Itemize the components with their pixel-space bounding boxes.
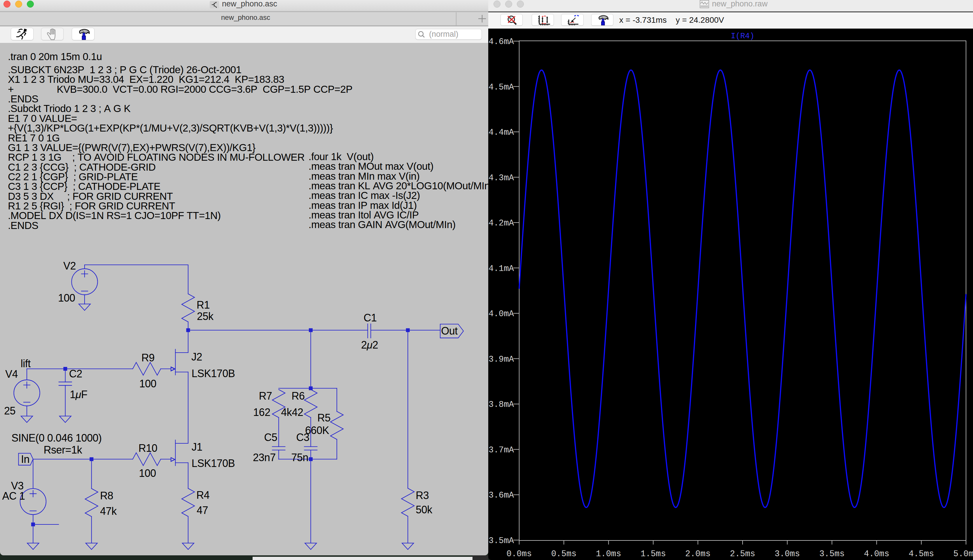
svg-text:AC 1: AC 1 bbox=[2, 490, 25, 502]
svg-text:3.9mA: 3.9mA bbox=[488, 355, 514, 364]
svg-text:.MODEL DX D(IS=1N RS=1 CJO=10P: .MODEL DX D(IS=1N RS=1 CJO=10PF TT=1N) bbox=[8, 210, 221, 221]
svg-text:4.6mA: 4.6mA bbox=[488, 37, 514, 47]
svg-text:LSK170B: LSK170B bbox=[192, 368, 235, 380]
svg-text:C5: C5 bbox=[264, 432, 277, 443]
svg-text:47k: 47k bbox=[100, 505, 117, 517]
svg-text:4.0mA: 4.0mA bbox=[488, 309, 514, 319]
svg-text:Out: Out bbox=[441, 325, 458, 337]
svg-text:100: 100 bbox=[139, 467, 156, 479]
svg-text:.meas tran GAIN AVG(MOut/MIn): .meas tran GAIN AVG(MOut/MIn) bbox=[308, 219, 456, 230]
svg-text:3.5ms: 3.5ms bbox=[819, 549, 845, 559]
svg-text:J2: J2 bbox=[192, 351, 202, 363]
svg-text:3.5mA: 3.5mA bbox=[488, 536, 514, 546]
svg-text:3.7mA: 3.7mA bbox=[488, 445, 514, 455]
svg-text:C3: C3 bbox=[297, 432, 310, 443]
svg-text:4.1mA: 4.1mA bbox=[488, 264, 514, 273]
svg-text:4.5ms: 4.5ms bbox=[908, 549, 934, 559]
svg-text:.tran 0 20m 15m 0.1u: .tran 0 20m 15m 0.1u bbox=[8, 51, 102, 62]
svg-text:Rser=1k: Rser=1k bbox=[44, 444, 83, 456]
svg-text:I(R4): I(R4) bbox=[731, 32, 754, 40]
svg-text:R3: R3 bbox=[416, 489, 429, 502]
svg-text:2.0ms: 2.0ms bbox=[685, 549, 710, 559]
svg-text:2μ2: 2μ2 bbox=[361, 339, 378, 351]
svg-text:100: 100 bbox=[58, 292, 75, 304]
svg-text:J1: J1 bbox=[192, 441, 202, 453]
svg-text:R6: R6 bbox=[292, 390, 305, 402]
svg-text:R9: R9 bbox=[142, 352, 155, 364]
svg-text:.ENDS: .ENDS bbox=[8, 220, 38, 231]
svg-text:V4: V4 bbox=[5, 368, 18, 380]
svg-text:R1: R1 bbox=[197, 299, 210, 311]
svg-text:In: In bbox=[21, 453, 30, 465]
svg-text:4.0ms: 4.0ms bbox=[864, 549, 889, 559]
svg-text:lift: lift bbox=[21, 358, 31, 370]
svg-text:R7: R7 bbox=[259, 390, 272, 402]
svg-text:C1: C1 bbox=[364, 312, 377, 324]
svg-text:1.5ms: 1.5ms bbox=[640, 549, 666, 559]
svg-text:SINE(0 0.046 1000): SINE(0 0.046 1000) bbox=[12, 432, 102, 444]
svg-text:3.8mA: 3.8mA bbox=[488, 400, 514, 410]
svg-text:25k: 25k bbox=[197, 310, 214, 322]
svg-text:23n7: 23n7 bbox=[253, 452, 276, 463]
svg-text:4.4mA: 4.4mA bbox=[488, 128, 514, 137]
svg-text:4k42: 4k42 bbox=[281, 406, 303, 418]
svg-text:162: 162 bbox=[253, 406, 270, 418]
svg-text:(normal): (normal) bbox=[429, 30, 458, 38]
svg-text:75n: 75n bbox=[292, 452, 308, 463]
svg-text:0.5ms: 0.5ms bbox=[551, 549, 576, 559]
svg-text:R5: R5 bbox=[317, 412, 330, 424]
svg-text:4.2mA: 4.2mA bbox=[488, 218, 514, 228]
svg-text:0.0ms: 0.0ms bbox=[506, 549, 532, 559]
svg-text:3.0ms: 3.0ms bbox=[775, 549, 800, 559]
svg-text:5.0ms: 5.0ms bbox=[953, 549, 973, 559]
svg-text:4.3mA: 4.3mA bbox=[488, 173, 514, 183]
svg-text:1μF: 1μF bbox=[70, 388, 87, 400]
svg-text:R8: R8 bbox=[100, 490, 113, 502]
svg-text:R10: R10 bbox=[138, 442, 158, 454]
svg-text:50k: 50k bbox=[416, 504, 433, 516]
svg-text:100: 100 bbox=[140, 378, 157, 390]
svg-text:R4: R4 bbox=[196, 489, 210, 501]
svg-text:1.0ms: 1.0ms bbox=[596, 549, 621, 559]
svg-text:47: 47 bbox=[197, 504, 208, 516]
svg-text:LSK170B: LSK170B bbox=[192, 457, 235, 469]
svg-text:+ KVB=300.0 VC: + KVB=300.0 VCT=0.00 RGI=2000 CCG=3.6P C… bbox=[8, 83, 352, 95]
svg-text:C2: C2 bbox=[69, 368, 82, 380]
svg-text:3.6mA: 3.6mA bbox=[488, 491, 514, 500]
svg-text:2.5ms: 2.5ms bbox=[730, 549, 755, 559]
svg-text:V2: V2 bbox=[63, 260, 76, 272]
svg-text:4.5mA: 4.5mA bbox=[488, 83, 514, 92]
svg-text:25: 25 bbox=[4, 405, 15, 417]
